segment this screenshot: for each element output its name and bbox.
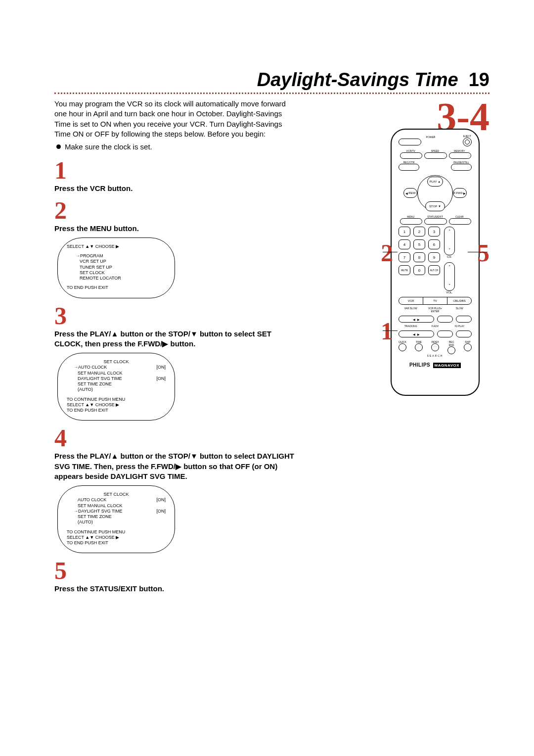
volume-rocker[interactable]: ˄˅ xyxy=(444,262,455,291)
number-keypad: 1 2 3 4 5 6 7 8 9 MUTE 0 ALT.CH xyxy=(399,227,440,275)
step-number-5: 5 xyxy=(54,558,297,583)
key-7[interactable]: 7 xyxy=(399,252,410,262)
menu-button[interactable] xyxy=(400,218,422,225)
bullet-text: Make sure the clock is set. xyxy=(65,142,152,152)
key-3[interactable]: 3 xyxy=(428,227,440,236)
eject-button[interactable] xyxy=(463,138,472,146)
slow-label: SLOW xyxy=(449,307,470,310)
callout-5: 5 xyxy=(477,240,490,265)
varslow-button[interactable]: ◀ ▶ xyxy=(399,316,434,323)
key-0[interactable]: 0 xyxy=(413,265,425,275)
key-8[interactable]: 8 xyxy=(413,252,425,262)
key-altch[interactable]: ALT.CH xyxy=(428,265,440,275)
leader-line xyxy=(383,252,398,252)
key-9[interactable]: 9 xyxy=(428,252,440,262)
mode-selector[interactable]: VCR TV CBL/DBS xyxy=(399,297,472,305)
step-3-text: Press the PLAY/▲ button or the STOP/▼ bu… xyxy=(54,329,297,349)
seg-cbl[interactable]: CBL/DBS xyxy=(447,297,471,304)
step-4-text: Press the PLAY/▲ button or the STOP/▼ bu… xyxy=(54,451,297,481)
rew-button[interactable]: ◀ REW xyxy=(403,188,417,198)
osd2-title: SET CLOCK xyxy=(67,359,166,365)
step-2-text: Press the MENU button. xyxy=(54,224,297,234)
ffwd-button[interactable]: F.FWD ▶ xyxy=(453,188,467,198)
brand-magnavox: MAGNAVOX xyxy=(433,363,461,368)
osd3-foot2: SELECT ▲▼ CHOOSE ▶ xyxy=(67,535,166,540)
x2play-label: X2 PLAY xyxy=(449,325,470,328)
instructions-column: You may program the VCR so its clock wil… xyxy=(54,99,297,598)
osd2-foot1: TO CONTINUE PUSH MENU xyxy=(67,397,166,402)
step-number-1: 1 xyxy=(54,158,297,183)
index-button[interactable] xyxy=(431,343,439,351)
rew-label: REW xyxy=(408,191,415,194)
title-text: Daylight-Savings Time xyxy=(257,69,458,90)
brand-label: PHILIPS MAGNAVOX xyxy=(399,362,472,368)
seg-tv[interactable]: TV xyxy=(423,297,447,304)
statusexit-button[interactable] xyxy=(424,218,446,225)
statusexit-label: STATUS/EXIT xyxy=(424,215,445,218)
quick-button[interactable] xyxy=(399,343,406,351)
tracking-button[interactable]: ◀ ▶ xyxy=(399,331,434,337)
vcrplus-button[interactable] xyxy=(437,316,453,323)
osd-menu-3: SET CLOCK AUTO CLOCK[ON] SET MANUAL CLOC… xyxy=(57,485,175,553)
channel-rocker[interactable]: ˄˅ xyxy=(444,227,455,255)
osd1-line: →PROGRAM xyxy=(76,253,166,259)
x2play-button[interactable] xyxy=(456,331,472,337)
skip-button[interactable] xyxy=(464,343,472,351)
clear-button[interactable] xyxy=(449,218,471,225)
key-5[interactable]: 5 xyxy=(413,239,425,249)
search-label: SEARCH xyxy=(399,354,472,357)
index-label: INDEX xyxy=(431,340,439,343)
leader-line xyxy=(383,331,398,331)
recend-button[interactable] xyxy=(447,346,455,354)
chevron-down-icon: ˅ xyxy=(448,248,451,253)
quick-label: QUICK xyxy=(399,340,406,343)
osd1-footer: TO END PUSH EXIT xyxy=(67,285,166,290)
page-number: 19 xyxy=(469,69,490,90)
dotted-rule xyxy=(54,93,490,94)
key-4[interactable]: 4 xyxy=(399,239,410,249)
ffwd-label: F.FWD xyxy=(454,191,463,194)
play-button[interactable]: PLAY ▲ xyxy=(427,177,443,187)
osd-menu-2: SET CLOCK →AUTO CLOCK[ON] SET MANUAL CLO… xyxy=(57,353,175,421)
pausestill-label: PAUSE/STILL xyxy=(451,161,472,164)
key-1[interactable]: 1 xyxy=(399,227,410,236)
slow-button[interactable] xyxy=(456,316,472,323)
osd2-foot2: SELECT ▲▼ CHOOSE ▶ xyxy=(67,402,166,408)
osd2-val: [ON] xyxy=(156,365,166,370)
bullet-icon xyxy=(56,144,61,149)
fadv-label: F.ADV xyxy=(424,325,445,328)
key-mute[interactable]: MUTE xyxy=(399,265,410,275)
osd2-foot3: TO END PUSH EXIT xyxy=(67,408,166,413)
key-2[interactable]: 2 xyxy=(413,227,425,236)
precondition-bullet: Make sure the clock is set. xyxy=(56,142,297,152)
stop-button[interactable]: STOP ▼ xyxy=(425,201,445,211)
remote-column: 3-4 2 5 1 POWER EJECT xyxy=(307,99,490,598)
osd1-line: REMOTE LOCATOR xyxy=(76,276,166,281)
leader-line xyxy=(479,169,480,224)
osd1-header: SELECT ▲▼ CHOOSE ▶ xyxy=(67,244,166,249)
fadv-button[interactable] xyxy=(437,331,453,337)
seg-vcr[interactable]: VCR xyxy=(399,297,423,304)
pausestill-button[interactable] xyxy=(451,164,472,171)
osd3-foot3: TO END PUSH EXIT xyxy=(67,540,166,546)
remote-control: 2 5 1 POWER EJECT VCR/TV xyxy=(391,129,480,396)
recotr-button[interactable] xyxy=(399,164,419,171)
callout-2: 2 xyxy=(381,240,393,265)
osd3-row: (AUTO) xyxy=(74,520,93,525)
osd2-row: SET TIME ZONE xyxy=(74,381,112,387)
step-number-2: 2 xyxy=(54,198,297,223)
speed-button[interactable] xyxy=(424,152,446,159)
vcrtv-button[interactable] xyxy=(400,152,422,159)
key-6[interactable]: 6 xyxy=(428,239,440,249)
memory-button[interactable] xyxy=(449,152,471,159)
chevron-down-icon: ˅ xyxy=(448,284,451,288)
power-button[interactable] xyxy=(399,139,421,145)
osd3-title: SET CLOCK xyxy=(67,492,166,497)
time-button[interactable] xyxy=(415,343,423,351)
chevron-up-icon: ˄ xyxy=(448,265,451,270)
osd3-row: SET TIME ZONE xyxy=(74,514,112,520)
eject-label: EJECT xyxy=(463,135,472,138)
osd2-row: →AUTO CLOCK xyxy=(74,365,107,370)
stop-label: STOP xyxy=(429,205,437,208)
page-title: Daylight-Savings Time 19 xyxy=(54,69,490,91)
